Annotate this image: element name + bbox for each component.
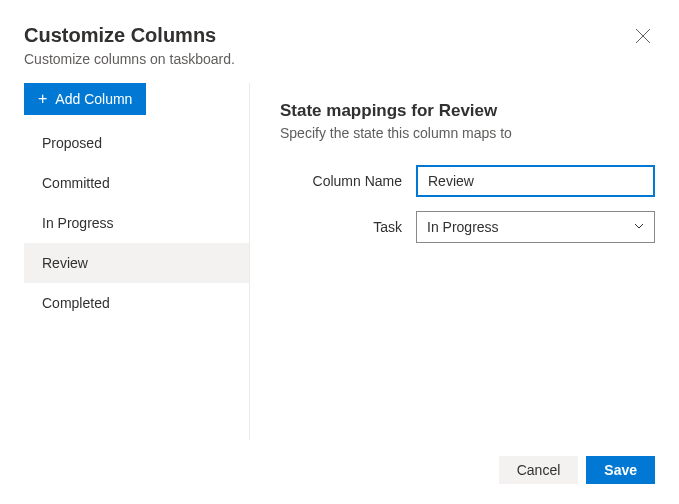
add-column-button[interactable]: + Add Column [24,83,146,115]
dialog-subtitle: Customize columns on taskboard. [24,51,235,67]
column-list: Proposed Committed In Progress Review Co… [24,123,249,323]
dialog-title: Customize Columns [24,24,235,47]
main-panel: State mappings for Review Specify the st… [250,83,655,440]
task-row: Task In Progress [280,211,655,243]
dialog-content: + Add Column Proposed Committed In Progr… [24,83,655,440]
header-text: Customize Columns Customize columns on t… [24,24,235,67]
close-icon [635,28,651,47]
sidebar-item-completed[interactable]: Completed [24,283,249,323]
task-select[interactable]: In Progress [416,211,655,243]
task-select-value: In Progress [427,219,499,235]
sidebar: + Add Column Proposed Committed In Progr… [24,83,250,440]
column-name-label: Column Name [280,173,416,189]
plus-icon: + [38,91,47,107]
dialog-header: Customize Columns Customize columns on t… [24,24,655,67]
dialog-footer: Cancel Save [24,440,655,504]
close-button[interactable] [631,24,655,51]
state-mappings-section: State mappings for Review Specify the st… [280,101,655,243]
section-title: State mappings for Review [280,101,655,121]
sidebar-item-review[interactable]: Review [24,243,249,283]
cancel-button[interactable]: Cancel [499,456,579,484]
save-button[interactable]: Save [586,456,655,484]
column-name-input[interactable] [416,165,655,197]
add-column-label: Add Column [55,91,132,107]
column-name-row: Column Name [280,165,655,197]
customize-columns-dialog: Customize Columns Customize columns on t… [0,0,679,504]
section-description: Specify the state this column maps to [280,125,655,141]
task-select-wrapper: In Progress [416,211,655,243]
sidebar-item-in-progress[interactable]: In Progress [24,203,249,243]
sidebar-item-committed[interactable]: Committed [24,163,249,203]
sidebar-item-proposed[interactable]: Proposed [24,123,249,163]
task-label: Task [280,219,416,235]
